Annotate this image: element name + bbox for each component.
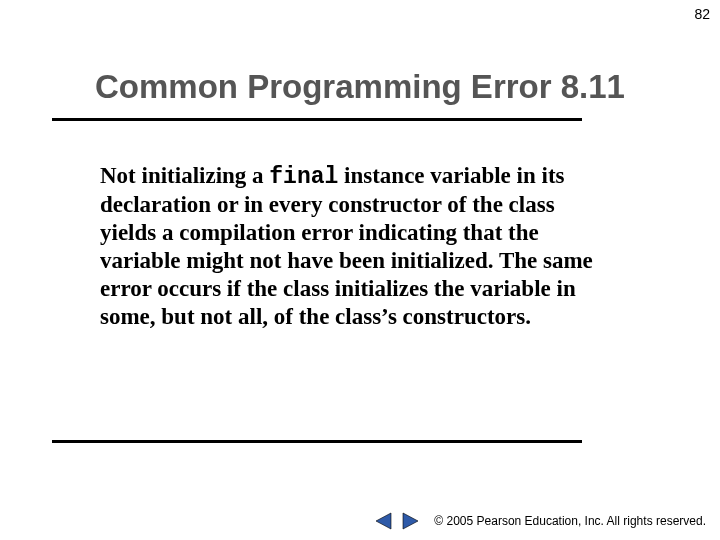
prev-slide-icon[interactable] <box>374 512 394 530</box>
next-slide-icon[interactable] <box>400 512 420 530</box>
svg-marker-0 <box>376 513 391 529</box>
copyright-text: © 2005 Pearson Education, Inc. All right… <box>434 514 706 528</box>
slide-heading: Common Programming Error 8.11 <box>0 68 720 106</box>
page-number: 82 <box>694 6 710 22</box>
divider-bottom <box>52 440 582 443</box>
slide-nav <box>374 512 420 530</box>
divider-top <box>52 118 582 121</box>
code-keyword-final: final <box>269 164 338 190</box>
body-text: Not initializing a final instance variab… <box>100 162 600 331</box>
footer: © 2005 Pearson Education, Inc. All right… <box>374 512 706 530</box>
body-text-part-1: Not initializing a <box>100 163 269 188</box>
svg-marker-1 <box>403 513 418 529</box>
